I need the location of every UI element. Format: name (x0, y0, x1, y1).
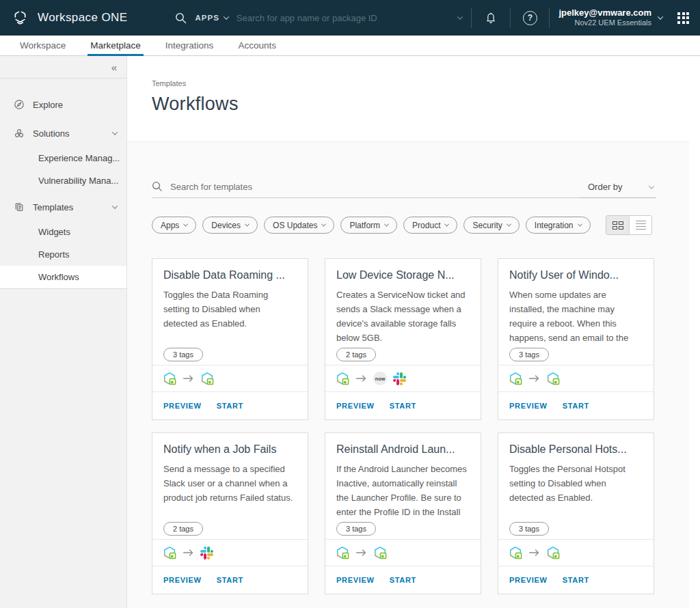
tags-pill[interactable]: 3 tags (509, 522, 549, 536)
chevron-down-icon (245, 222, 250, 227)
tab-workspace[interactable]: Workspace (18, 36, 67, 55)
card-description: Toggles the Data Roaming setting to Disa… (163, 288, 297, 348)
global-search: APPS Search for app name or package ID (175, 12, 462, 24)
servicenow-icon: now (373, 372, 387, 385)
chevron-down-icon[interactable] (658, 14, 663, 19)
start-button[interactable]: START (390, 402, 416, 410)
grid-view-button[interactable] (606, 216, 629, 234)
filter-product[interactable]: Product (403, 217, 457, 234)
filter-label: Devices (211, 221, 241, 230)
template-toolbar: Search for templates Order by (152, 181, 656, 198)
bell-icon (484, 11, 498, 25)
view-toggle (606, 215, 652, 235)
workflow-card[interactable]: Disable Personal Hots... Toggles the Per… (498, 432, 654, 594)
workspace-one-uem-icon (163, 372, 176, 385)
preview-button[interactable]: PREVIEW (509, 402, 548, 410)
sidebar-item-label: Solutions (33, 128, 105, 139)
filter-devices[interactable]: Devices (202, 217, 258, 234)
card-description: When some updates are installed, the mac… (509, 288, 643, 348)
filter-integration[interactable]: Integration (526, 217, 591, 234)
sidebar-item-experience-management[interactable]: Experience Manag... (0, 147, 126, 169)
chevron-down-icon (578, 222, 582, 227)
preview-button[interactable]: PREVIEW (336, 576, 375, 584)
card-title: Reinstall Android Laun... (336, 443, 470, 456)
start-button[interactable]: START (217, 402, 243, 410)
card-actions: PREVIEW START (152, 392, 308, 419)
sidebar-item-widgets[interactable]: Widgets (0, 221, 126, 243)
chevron-down-icon (112, 129, 118, 135)
preview-button[interactable]: PREVIEW (336, 402, 375, 410)
list-view-icon (636, 221, 646, 230)
sidebar-item-workflows[interactable]: Workflows (0, 266, 126, 288)
filter-apps[interactable]: Apps (152, 217, 196, 234)
tags-pill[interactable]: 2 tags (163, 522, 203, 536)
notifications-button[interactable] (481, 8, 501, 28)
workflow-cards-grid: Disable Data Roaming ... Toggles the Dat… (152, 258, 656, 594)
card-actions: PREVIEW START (498, 566, 654, 594)
chevron-down-icon (112, 203, 118, 208)
template-search-input[interactable]: Search for templates (152, 181, 581, 198)
brand[interactable]: Workspace ONE (11, 9, 127, 27)
card-title: Notify when a Job Fails (163, 443, 297, 456)
templates-icon (14, 202, 25, 212)
workflow-card[interactable]: Notify when a Job Fails Send a message t… (152, 432, 308, 594)
start-button[interactable]: START (217, 576, 243, 584)
page-title: Workflows (152, 94, 700, 115)
sidebar-collapse-row: « (0, 56, 126, 79)
workspace-one-uem-icon (336, 546, 349, 559)
start-button[interactable]: START (563, 576, 589, 584)
filter-os-updates[interactable]: OS Updates (264, 217, 334, 234)
workflow-card[interactable]: Reinstall Android Laun... If the Android… (325, 432, 481, 594)
integration-icons (152, 365, 308, 392)
tags-pill[interactable]: 3 tags (163, 348, 203, 361)
filter-row: Apps Devices OS Updates Platform Product… (152, 215, 652, 235)
arrow-right-icon (528, 549, 540, 557)
sidebar-item-reports[interactable]: Reports (0, 243, 126, 266)
integration-icons (498, 365, 654, 392)
help-button[interactable]: ? (520, 8, 540, 28)
tab-accounts[interactable]: Accounts (237, 36, 278, 55)
main-panel: Templates Workflows Search for templates (127, 56, 700, 608)
card-description: Toggles the Personal Hotspot setting to … (509, 462, 643, 522)
arrow-right-icon (528, 374, 540, 383)
workflow-card[interactable]: Disable Data Roaming ... Toggles the Dat… (152, 258, 308, 420)
workflow-card[interactable]: Low Device Storage N... Creates a Servic… (325, 258, 481, 420)
filter-label: Product (412, 221, 440, 230)
tab-marketplace[interactable]: Marketplace (89, 36, 142, 55)
filter-platform[interactable]: Platform (340, 217, 397, 234)
apps-scope-dropdown[interactable]: APPS (195, 14, 228, 22)
tags-pill[interactable]: 3 tags (509, 348, 549, 361)
user-menu[interactable]: jpelkey@vmware.com Nov22 UEM Essentials (558, 8, 651, 28)
arrow-right-icon (355, 374, 367, 383)
filter-security[interactable]: Security (463, 217, 519, 234)
collapse-sidebar-button[interactable]: « (111, 62, 117, 72)
app-launcher-button[interactable] (677, 12, 689, 24)
global-search-input[interactable]: Search for app name or package ID (237, 13, 450, 23)
preview-button[interactable]: PREVIEW (509, 576, 548, 584)
workflow-card[interactable]: Notify User of Windo... When some update… (498, 258, 654, 420)
start-button[interactable]: START (390, 576, 416, 584)
slack-icon (200, 547, 213, 559)
order-by-dropdown[interactable]: Order by (581, 182, 656, 198)
list-view-button[interactable] (629, 216, 651, 234)
breadcrumb[interactable]: Templates (152, 79, 700, 87)
preview-button[interactable]: PREVIEW (163, 576, 202, 584)
card-actions: PREVIEW START (498, 392, 654, 419)
preview-button[interactable]: PREVIEW (163, 402, 202, 410)
tab-integrations[interactable]: Integrations (164, 36, 215, 55)
sidebar-item-templates[interactable]: Templates (0, 193, 126, 221)
integration-icons (152, 539, 308, 566)
divider (0, 288, 126, 289)
page-header: Templates Workflows (127, 56, 700, 141)
sidebar-item-vulnerability-management[interactable]: Vulnerability Mana... (0, 169, 126, 192)
divider (549, 8, 550, 28)
tags-pill[interactable]: 3 tags (336, 522, 376, 536)
chevron-down-icon (444, 222, 449, 227)
card-title: Disable Personal Hots... (509, 443, 643, 456)
filter-label: OS Updates (273, 221, 317, 230)
start-button[interactable]: START (563, 402, 589, 410)
workspace-one-uem-icon (509, 546, 522, 559)
sidebar-item-solutions[interactable]: Solutions (0, 120, 126, 147)
tags-pill[interactable]: 2 tags (336, 348, 376, 361)
sidebar-item-explore[interactable]: Explore (0, 91, 126, 118)
